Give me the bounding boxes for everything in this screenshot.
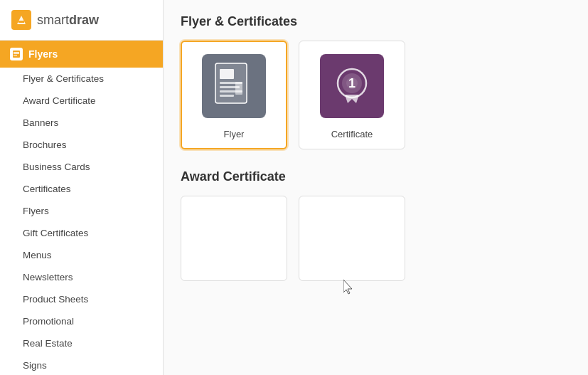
sidebar-item-signs[interactable]: Signs [0,354,163,375]
sidebar-item-promotional[interactable]: Promotional [0,310,163,332]
logo-text-smart: smart [37,13,69,28]
certificate-card[interactable]: 1 Certificate [299,41,405,149]
sidebar-item-flyer-certificates[interactable]: Flyer & Certificates [0,68,163,90]
sidebar-item-business-cards[interactable]: Business Cards [0,156,163,178]
sidebar-item-flyers[interactable]: Flyers [0,200,163,222]
award-certificate-cards [181,196,571,281]
flyer-card-label: Flyer [224,129,245,139]
sidebar-item-certificates[interactable]: Certificates [0,178,163,200]
sidebar-item-award-certificate[interactable]: Award Certificate [0,90,163,112]
sidebar-items-list: Flyer & Certificates Award Certificate B… [0,68,163,375]
smartdraw-logo-icon [11,10,31,30]
flyer-card[interactable]: Flyer [181,41,287,149]
certificate-card-label: Certificate [331,129,373,139]
svg-marker-18 [345,95,359,103]
sidebar-item-product-sheets[interactable]: Product Sheets [0,288,163,310]
logo-area: smartdraw [0,0,163,41]
sidebar-item-gift-certificates[interactable]: Gift Certificates [0,222,163,244]
certificate-card-icon-area: 1 [316,51,387,122]
section1-title: Flyer & Certificates [181,14,571,29]
logo-text-draw: draw [69,13,99,28]
svg-rect-4 [14,52,19,53]
svg-point-19 [346,78,358,89]
sidebar-item-newsletters[interactable]: Newsletters [0,266,163,288]
svg-rect-14 [235,82,242,95]
main-content: Flyer & Certificates [164,0,588,375]
flyer-card-icon-area [198,51,269,122]
sidebar-item-real-estate[interactable]: Real Estate [0,332,163,354]
svg-rect-13 [220,95,234,97]
svg-rect-6 [14,55,17,56]
flyer-document-icon [213,62,255,110]
certificate-award-icon: 1 [329,63,375,109]
award-card-2[interactable] [299,196,405,281]
award-card-1[interactable] [181,196,287,281]
flyers-section-icon [10,48,23,60]
sidebar: smartdraw Flyers Flyer & Certificates Aw… [0,0,164,375]
sidebar-item-menus[interactable]: Menus [0,244,163,266]
svg-rect-5 [14,53,19,54]
cert-icon-bg: 1 [320,54,384,118]
flyer-certificates-cards: Flyer 1 [181,41,571,149]
sidebar-section-flyers-label: Flyers [28,48,58,60]
sidebar-section-flyers[interactable]: Flyers [0,41,163,68]
section2-title: Award Certificate [181,169,571,184]
flyer-icon-bg [202,54,266,118]
flyers-icon [12,50,21,58]
svg-rect-9 [220,69,234,79]
sidebar-item-brochures[interactable]: Brochures [0,134,163,156]
svg-rect-2 [18,21,24,23]
sidebar-item-banners[interactable]: Banners [0,112,163,134]
